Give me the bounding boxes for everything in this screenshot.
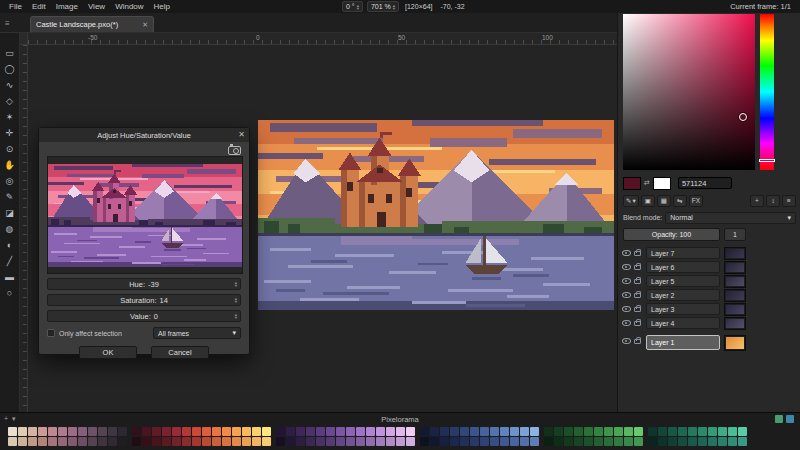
palette-swatch[interactable] xyxy=(162,427,171,436)
palette-swatch[interactable] xyxy=(88,437,97,446)
rectangle-select-tool-icon[interactable]: ▭ xyxy=(1,46,18,61)
dialog-title-bar[interactable]: Adjust Hue/Saturation/Value ✕ xyxy=(39,128,249,142)
palette-swatch[interactable] xyxy=(306,437,315,446)
palette-swatch[interactable] xyxy=(450,427,459,436)
palette-swatch[interactable] xyxy=(118,427,127,436)
menu-view[interactable]: View xyxy=(83,2,110,11)
palette-swatch[interactable] xyxy=(8,437,17,446)
palette-swatch[interactable] xyxy=(574,437,583,446)
menu-image[interactable]: Image xyxy=(51,2,83,11)
tab-close-icon[interactable]: ✕ xyxy=(142,21,148,29)
palette-swatch[interactable] xyxy=(440,427,449,436)
add-layer-button[interactable]: + xyxy=(750,195,764,207)
visibility-eye-icon[interactable] xyxy=(622,320,631,326)
palette-swatch[interactable] xyxy=(614,437,623,446)
palette-swatch[interactable] xyxy=(678,427,687,436)
layer-row-layer-6[interactable]: Layer 6 xyxy=(618,261,800,274)
zoom-field[interactable]: 701 % ▴▾ xyxy=(367,1,399,12)
palette-swatch[interactable] xyxy=(490,427,499,436)
palette-swatch[interactable] xyxy=(202,437,211,446)
palette-swatch[interactable] xyxy=(430,437,439,446)
palette-swatch[interactable] xyxy=(162,437,171,446)
frame-cel[interactable] xyxy=(724,303,746,316)
palette-swatch[interactable] xyxy=(420,437,429,446)
palette-swatch[interactable] xyxy=(262,427,271,436)
palette-swatch[interactable] xyxy=(480,427,489,436)
palette-swatch[interactable] xyxy=(276,437,285,446)
palette-swatch[interactable] xyxy=(470,427,479,436)
ellipse-tool-icon[interactable]: ○ xyxy=(1,286,18,301)
frame-cel[interactable] xyxy=(724,289,746,302)
palette-swatch[interactable] xyxy=(386,437,395,446)
palette-swatch[interactable] xyxy=(604,427,613,436)
layer-row-layer-4[interactable]: Layer 4 xyxy=(618,317,800,330)
layer-name[interactable]: Layer 2 xyxy=(646,289,720,301)
palette-swatch[interactable] xyxy=(68,437,77,446)
frame-cel[interactable] xyxy=(724,275,746,288)
rectangle-tool-icon[interactable]: ▬ xyxy=(1,270,18,285)
palette-swatch[interactable] xyxy=(78,437,87,446)
rotation-spinner[interactable]: ▴▾ xyxy=(357,4,359,10)
palette-swatch[interactable] xyxy=(8,427,17,436)
palette-swatch[interactable] xyxy=(718,437,727,446)
palette-swatch[interactable] xyxy=(470,437,479,446)
palette-swatch[interactable] xyxy=(58,437,67,446)
palette-swatch[interactable] xyxy=(500,427,509,436)
palette-swatch[interactable] xyxy=(450,437,459,446)
layer-name[interactable]: Layer 1 xyxy=(646,335,720,350)
frame-cel[interactable] xyxy=(724,317,746,330)
hamburger-icon[interactable]: ≡ xyxy=(5,19,10,28)
magic-wand-tool-icon[interactable]: ✶ xyxy=(1,110,18,125)
palette-swatch[interactable] xyxy=(326,427,335,436)
menu-window[interactable]: Window xyxy=(110,2,148,11)
palette-swatch[interactable] xyxy=(604,437,613,446)
palette-swatch[interactable] xyxy=(678,437,687,446)
visibility-eye-icon[interactable] xyxy=(622,292,631,298)
palette-swatch[interactable] xyxy=(460,427,469,436)
palette-swatch[interactable] xyxy=(192,427,201,436)
lock-icon[interactable] xyxy=(634,279,641,284)
palette-swatch[interactable] xyxy=(594,437,603,446)
polygon-select-tool-icon[interactable]: ◇ xyxy=(1,94,18,109)
palette-swatch[interactable] xyxy=(142,427,151,436)
layer-menu-button[interactable]: ≡ xyxy=(782,195,796,207)
frame-cel[interactable] xyxy=(724,335,746,351)
pencil-dropdown-button[interactable]: ✎▾ xyxy=(623,195,639,207)
palette-swatch[interactable] xyxy=(718,427,727,436)
hue-spinbox[interactable]: Hue: -39 ▴▾ xyxy=(47,278,241,290)
palette-swatch[interactable] xyxy=(48,427,57,436)
palette-swatch[interactable] xyxy=(222,427,231,436)
palette-swatch[interactable] xyxy=(232,437,241,446)
palette-swatch[interactable] xyxy=(118,437,127,446)
menu-help[interactable]: Help xyxy=(149,2,175,11)
palette-swatch[interactable] xyxy=(510,437,519,446)
grid-button[interactable]: ▦ xyxy=(657,195,671,207)
palette-swatch[interactable] xyxy=(108,427,117,436)
cube-button[interactable]: ▣ xyxy=(641,195,655,207)
palette-swatch[interactable] xyxy=(182,427,191,436)
palette-swatch[interactable] xyxy=(386,427,395,436)
palette-swatch[interactable] xyxy=(634,437,643,446)
palette-swatch[interactable] xyxy=(306,427,315,436)
palette-swatch[interactable] xyxy=(554,427,563,436)
visibility-eye-icon[interactable] xyxy=(622,278,631,284)
palette-swatch[interactable] xyxy=(316,437,325,446)
palette-swatch[interactable] xyxy=(252,437,261,446)
hue-spinner[interactable]: ▴▾ xyxy=(235,281,237,287)
palette-swatch[interactable] xyxy=(614,427,623,436)
lock-icon[interactable] xyxy=(634,321,641,326)
palette-swatch[interactable] xyxy=(688,437,697,446)
palette-swatch[interactable] xyxy=(544,427,553,436)
palette-swatch[interactable] xyxy=(624,427,633,436)
palette-swatch[interactable] xyxy=(222,437,231,446)
lock-icon[interactable] xyxy=(634,339,641,344)
palette-swatch[interactable] xyxy=(88,427,97,436)
palette-swatch[interactable] xyxy=(316,427,325,436)
menu-file[interactable]: File xyxy=(4,2,27,11)
visibility-eye-icon[interactable] xyxy=(622,250,631,256)
layer-name[interactable]: Layer 6 xyxy=(646,261,720,273)
layer-row-layer-3[interactable]: Layer 3 xyxy=(618,303,800,316)
layer-row-layer-2[interactable]: Layer 2 xyxy=(618,289,800,302)
palette-swatch[interactable] xyxy=(668,437,677,446)
lock-icon[interactable] xyxy=(634,265,641,270)
